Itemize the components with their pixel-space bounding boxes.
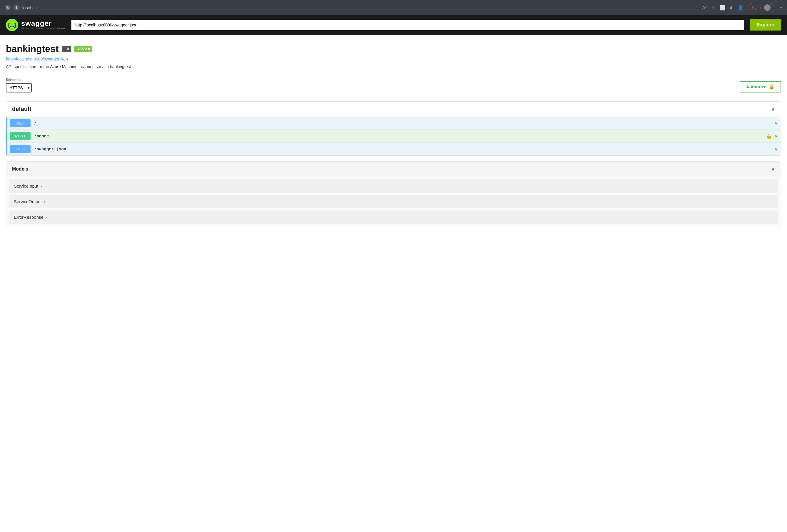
- sign-in-button[interactable]: Sign in: [748, 3, 774, 12]
- path-root: /: [34, 121, 774, 126]
- model-name-error-response: ErrorResponse: [14, 215, 43, 220]
- swagger-logo-icon: {...}: [6, 19, 18, 31]
- swagger-subtitle: SUPPORTED BY SMARTBEAR: [21, 27, 66, 30]
- browser-chrome: ↻ ℹ localhost Aᴬ ☆ ⬜ ⊕ 👤 Sign in ···: [0, 0, 787, 15]
- model-chevron-service-output: ›: [44, 199, 46, 204]
- api-link[interactable]: http://localhost:8000/swagger.json: [6, 57, 781, 61]
- font-size-icon[interactable]: Aᴬ: [702, 5, 707, 10]
- model-chevron-error-response: ›: [46, 215, 47, 220]
- info-button[interactable]: ℹ: [14, 5, 19, 10]
- endpoint-post-score[interactable]: POST /score 🔒 ∨: [6, 130, 781, 143]
- schemes-select-wrapper: HTTPS HTTP: [6, 83, 32, 92]
- chevron-down-icon-swagger: ∨: [774, 146, 778, 152]
- models-header[interactable]: Models ∧: [6, 162, 781, 176]
- endpoint-icons-root: ∨: [774, 120, 778, 126]
- authorize-label: Authorize: [746, 84, 766, 89]
- schemes-authorize-row: Schemes HTTPS HTTP Authorize 🔓: [6, 78, 781, 92]
- swagger-url-input[interactable]: [71, 20, 744, 30]
- swagger-main: bankingtest 1.0 OAS 2.0 http://localhost…: [0, 35, 787, 532]
- more-icon[interactable]: ···: [779, 5, 782, 10]
- avatar: [764, 4, 770, 11]
- path-score: /score: [34, 134, 766, 138]
- explore-button[interactable]: Explore: [750, 19, 781, 30]
- endpoint-get-root[interactable]: GET / ∨: [6, 117, 781, 130]
- browser-actions: Aᴬ ☆ ⬜ ⊕ 👤 Sign in ···: [702, 3, 782, 12]
- swagger-title: swagger: [21, 20, 66, 27]
- api-title-text: bankingtest: [6, 43, 59, 54]
- chevron-down-icon: ∨: [774, 120, 778, 126]
- model-name-service-output: ServiceOutput: [14, 199, 42, 204]
- default-section-header[interactable]: default ∧: [6, 102, 781, 117]
- chevron-down-icon-score: ∨: [774, 133, 778, 139]
- schemes-label: Schemes: [6, 78, 32, 82]
- api-title-row: bankingtest 1.0 OAS 2.0: [6, 43, 781, 54]
- authorize-button[interactable]: Authorize 🔓: [740, 81, 781, 92]
- model-row-error-response[interactable]: ErrorResponse ›: [9, 210, 778, 224]
- models-chevron: ∧: [771, 166, 775, 172]
- endpoint-get-swagger[interactable]: GET /swagger.json ∨: [6, 143, 781, 155]
- lock-endpoint-icon: 🔒: [766, 133, 772, 139]
- models-section: Models ∧ ServiceInput › ServiceOutput › …: [6, 161, 781, 227]
- swagger-url-bar: [71, 20, 744, 30]
- browser-controls: ↻ ℹ localhost: [5, 5, 37, 10]
- method-get-root: GET: [10, 119, 30, 127]
- models-title: Models: [12, 167, 28, 172]
- model-name-service-input: ServiceInput: [14, 183, 38, 189]
- extensions-icon[interactable]: ⊕: [730, 5, 733, 10]
- model-row-service-output[interactable]: ServiceOutput ›: [9, 195, 778, 208]
- version-badge: 1.0: [62, 46, 71, 52]
- swagger-logo: {...} swagger SUPPORTED BY SMARTBEAR: [6, 19, 66, 31]
- logo-text: {...}: [8, 22, 16, 28]
- swagger-header: {...} swagger SUPPORTED BY SMARTBEAR Exp…: [0, 15, 787, 35]
- model-row-service-input[interactable]: ServiceInput ›: [9, 179, 778, 193]
- path-swagger: /swagger.json: [34, 147, 774, 152]
- schemes-dropdown[interactable]: HTTPS HTTP: [6, 83, 32, 92]
- refresh-button[interactable]: ↻: [5, 5, 10, 10]
- lock-icon: 🔓: [769, 84, 775, 90]
- swagger-text: swagger SUPPORTED BY SMARTBEAR: [21, 20, 66, 30]
- api-description: API specification for the Azure Machine …: [6, 64, 781, 69]
- endpoint-icons-score: 🔒 ∨: [766, 133, 778, 139]
- sign-in-label: Sign in: [751, 5, 762, 10]
- schemes-section: Schemes HTTPS HTTP: [6, 78, 32, 92]
- bookmark-icon[interactable]: ☆: [711, 5, 716, 10]
- default-section-chevron: ∧: [771, 106, 775, 112]
- browser-address: localhost: [22, 5, 37, 10]
- method-get-swagger: GET: [10, 145, 30, 153]
- tab-icon[interactable]: ⬜: [720, 5, 726, 10]
- endpoint-icons-swagger: ∨: [774, 146, 778, 152]
- profile-icon[interactable]: 👤: [738, 5, 744, 10]
- model-chevron-service-input: ›: [41, 184, 42, 189]
- default-section-title: default: [12, 106, 31, 112]
- models-content: ServiceInput › ServiceOutput › ErrorResp…: [6, 176, 781, 227]
- method-post-score: POST: [10, 132, 30, 140]
- default-section: default ∧ GET / ∨ POST /score 🔒 ∨ GET /s…: [6, 101, 781, 156]
- oas-badge: OAS 2.0: [74, 46, 92, 52]
